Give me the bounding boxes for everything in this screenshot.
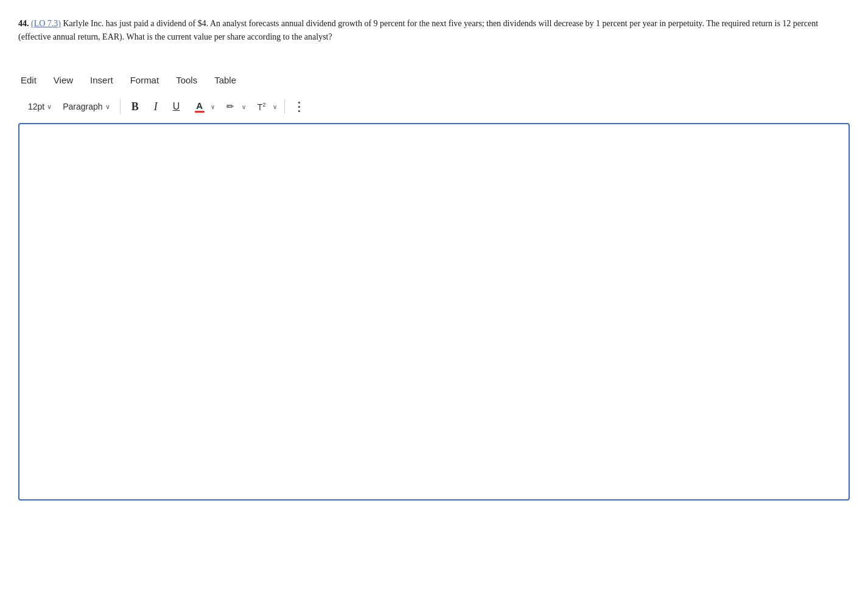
highlight-button: ✏ [221,98,240,115]
highlight-dropdown[interactable]: ✏ ∨ [219,96,248,117]
italic-button[interactable]: I [146,98,166,115]
font-color-chevron: ∨ [211,104,215,110]
italic-icon: I [154,100,158,113]
superscript-icon: T2 [257,102,266,112]
toolbar: 12pt ∨ Paragraph ∨ B I U A ∨ [18,93,850,121]
font-size-label: 12pt [28,102,44,111]
highlight-chevron: ∨ [242,104,246,110]
menu-bar: Edit View Insert Format Tools Table [18,68,850,93]
menu-format[interactable]: Format [122,72,168,88]
font-color-button: A [190,98,209,115]
menu-table[interactable]: Table [206,72,245,88]
underline-icon: U [173,101,180,112]
paragraph-label: Paragraph [63,102,102,111]
more-options-button[interactable]: ⋮ [290,98,309,115]
menu-view[interactable]: View [45,72,82,88]
menu-edit[interactable]: Edit [18,72,45,88]
question-body: Karlyle Inc. has just paid a dividend of… [18,19,818,41]
font-color-dropdown[interactable]: A ∨ [187,96,217,117]
superscript-button: T2 [252,98,271,115]
font-size-dropdown[interactable]: 12pt ∨ [23,100,57,113]
underline-button[interactable]: U [167,98,186,115]
question-block: 44. (LO 7.3) Karlyle Inc. has just paid … [0,0,868,55]
text-editor-area[interactable] [18,123,850,500]
bold-button[interactable]: B [125,98,145,115]
menu-insert[interactable]: Insert [82,72,122,88]
font-size-chevron: ∨ [47,103,52,111]
question-number: 44. [18,19,29,28]
more-icon: ⋮ [293,99,306,114]
font-color-letter: A [196,101,203,110]
separator-1 [120,99,121,114]
superscript-dropdown[interactable]: T2 ∨ [250,96,279,117]
superscript-chevron: ∨ [273,104,277,110]
menu-tools[interactable]: Tools [167,72,206,88]
paragraph-dropdown[interactable]: Paragraph ∨ [58,100,114,113]
bold-icon: B [131,100,139,113]
editor-container: Edit View Insert Format Tools Table 12pt… [0,55,868,500]
paragraph-chevron: ∨ [105,103,110,111]
separator-2 [284,99,285,114]
font-color-bar [195,111,205,113]
highlight-icon: ✏ [226,101,234,112]
lo-link[interactable]: (LO 7.3) [31,19,61,28]
